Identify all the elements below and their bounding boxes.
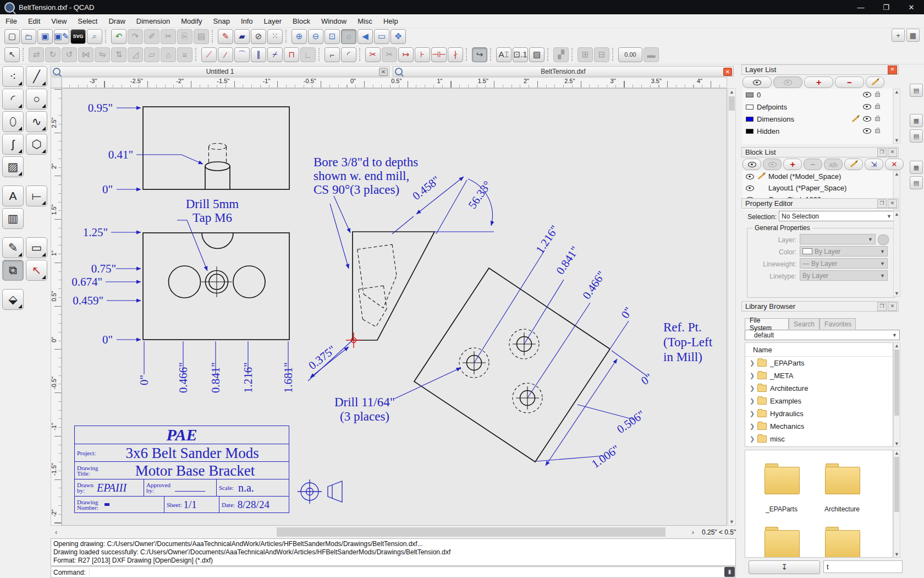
menu-item[interactable]: View [46, 15, 72, 27]
redo-button[interactable]: ↷ [128, 29, 143, 44]
scroll-up-icon[interactable]: ▲ [894, 89, 900, 95]
polyline-tool-button[interactable]: ʃ [2, 134, 24, 155]
zoom-in-button[interactable]: ⊕ [292, 29, 307, 44]
tab-search[interactable]: Search [789, 318, 820, 329]
layer-color-swatch[interactable] [746, 129, 754, 134]
scroll-right-icon[interactable]: › [692, 528, 694, 536]
eye-icon[interactable] [863, 92, 871, 97]
menu-item[interactable]: Layer [258, 15, 288, 27]
panel-view-button-2[interactable]: ▦ [910, 114, 923, 127]
library-folder-row[interactable]: ❯ Hydraulics [745, 407, 893, 420]
menu-item[interactable]: Info [235, 15, 258, 27]
eye-icon[interactable] [746, 186, 754, 191]
close-panel-icon[interactable]: ✕ [888, 302, 897, 311]
rename-block-button[interactable]: a|b [824, 159, 843, 170]
chevron-right-icon[interactable]: ❯ [750, 397, 754, 405]
menu-item[interactable]: Select [72, 15, 103, 27]
library-item-architecture[interactable] [825, 467, 860, 494]
auto-zoom-button[interactable]: ⊡ [324, 29, 340, 44]
break-out-button[interactable]: ∤ [448, 47, 463, 62]
lengthen-button[interactable]: ⟋ [201, 47, 217, 62]
lock-icon[interactable] [875, 105, 880, 109]
layer-color-swatch[interactable] [746, 117, 754, 122]
dimension-style-button[interactable]: ⊡.1 [513, 47, 528, 62]
close-button[interactable]: ✕ [899, 0, 924, 14]
panel-view-button-1[interactable]: ▤ [910, 84, 923, 97]
chevron-right-icon[interactable]: ❯ [750, 435, 754, 443]
scroll-up-icon[interactable]: ▲ [894, 211, 900, 217]
save-as-button[interactable]: ▣✎ [54, 29, 69, 44]
library-folder-row[interactable]: ❯ misc [745, 433, 893, 445]
scrollbar-thumb[interactable] [277, 527, 666, 537]
previous-view-button[interactable]: ◀ [358, 29, 373, 44]
flip-vertical-button[interactable]: ⇅ [111, 47, 127, 62]
close-subwindow-icon[interactable]: ✕ [379, 68, 388, 76]
panel-view-button-3[interactable]: ▤ [910, 129, 923, 143]
flip-horizontal-button[interactable]: ⇋ [95, 47, 110, 62]
layer-row-defpoints[interactable]: Defpoints [743, 101, 892, 113]
chevron-right-icon[interactable]: ❯ [750, 385, 754, 392]
scroll-left-icon[interactable]: ‹ [55, 528, 57, 536]
block-row-model[interactable]: Model (*Model_Space) [743, 171, 892, 182]
lock-icon[interactable] [875, 117, 880, 121]
menu-item[interactable]: Dimension [131, 15, 175, 27]
panel-view-button-4[interactable]: ▦ [910, 161, 923, 174]
chevron-right-icon[interactable]: ❯ [750, 423, 754, 430]
skew-button[interactable]: ▱ [144, 47, 160, 62]
drawing-canvas[interactable]: 0.95" 0.41" 0" 1.25" 0.75" 0.674" 0.459"… [62, 88, 727, 526]
layer-row-0[interactable]: 0 [743, 89, 892, 101]
layer-color-swatch[interactable] [746, 92, 754, 97]
property-painter-button[interactable]: ▞ [553, 47, 569, 62]
divide-button[interactable]: ∕ [218, 47, 233, 62]
measure-distance-button[interactable]: 0.00 [618, 47, 642, 62]
linetype-dropdown[interactable]: By Layer ▼ [800, 270, 888, 281]
remove-block-button[interactable]: − [804, 159, 822, 170]
insert-block-button[interactable]: ⊟ [594, 47, 609, 62]
library-insert-button[interactable]: ↧ [749, 560, 820, 574]
disable-snap-button[interactable]: ⊘ [251, 29, 266, 44]
snap-magnet-button[interactable]: ⊓ [284, 47, 299, 62]
scrollbar-thumb[interactable] [894, 457, 899, 512]
cut-button[interactable]: ✂ [161, 29, 176, 44]
eye-icon[interactable] [863, 128, 871, 134]
scroll-down-icon[interactable]: ▼ [894, 291, 900, 296]
print-preview-button[interactable]: ⌕ [87, 29, 102, 44]
menu-item[interactable]: Edit [23, 15, 46, 27]
reverse-button[interactable]: ↪ [472, 47, 487, 62]
block-row-layout1[interactable]: Layout1 (*Paper_Space) [743, 182, 892, 194]
measure-tool-button[interactable]: ▭ [26, 237, 47, 258]
scroll-up-icon[interactable]: ▲ [728, 89, 735, 95]
hatch-tool-left-button[interactable]: ▨ [2, 156, 24, 177]
canvas-vertical-scrollbar[interactable]: ▲ ▼ [728, 88, 736, 526]
tab-file-system[interactable]: File System [745, 318, 789, 329]
menu-item[interactable]: Block [287, 15, 316, 27]
scroll-down-icon[interactable]: ▼ [894, 138, 900, 143]
show-all-blocks-button[interactable] [743, 159, 761, 170]
scroll-up-icon[interactable]: ▲ [894, 343, 900, 348]
layer-detail-button[interactable] [878, 235, 889, 245]
corner-bevel-button[interactable]: ⌐ [324, 47, 340, 62]
application-preferences-button[interactable]: ▰ [234, 29, 250, 44]
selection-dropdown[interactable]: No Selection ▼ [779, 211, 894, 221]
layer-color-swatch[interactable] [746, 105, 754, 110]
selection-pointer-button[interactable]: ↖ [4, 47, 20, 62]
create-block-button[interactable]: ⊞ [578, 47, 593, 62]
move-rotate-button[interactable]: ↺ [62, 47, 77, 62]
zoom-previous-button[interactable]: ◌ [341, 29, 356, 44]
panel-view-button-5[interactable]: ▤ [910, 176, 923, 189]
lock-icon[interactable] [875, 93, 880, 97]
color-dropdown[interactable]: By Layer ▼ [800, 246, 888, 257]
zoom-window-button[interactable]: ▭ [374, 29, 389, 44]
auto-trim-button[interactable]: ⌿ [267, 47, 283, 62]
property-editor-scrollbar[interactable]: ▲ ▼ [893, 211, 900, 297]
lengthen-shorten-button[interactable]: ↦ [398, 47, 414, 62]
restrict-ortho-button[interactable]: ∟ [300, 47, 316, 62]
copy-button[interactable]: ⎘ [177, 29, 193, 44]
ellipse-tool-button[interactable]: ⬯ [2, 111, 24, 132]
library-item-partial-2[interactable] [825, 530, 860, 558]
float-panel-icon[interactable]: ❐ [877, 199, 887, 208]
edit-block-from-list-button[interactable]: ⇲ [865, 159, 883, 170]
library-item-epaparts[interactable] [765, 467, 800, 494]
tab-favorites[interactable]: Favorites [820, 318, 856, 329]
corner-round-button[interactable]: ◜ [341, 47, 356, 62]
